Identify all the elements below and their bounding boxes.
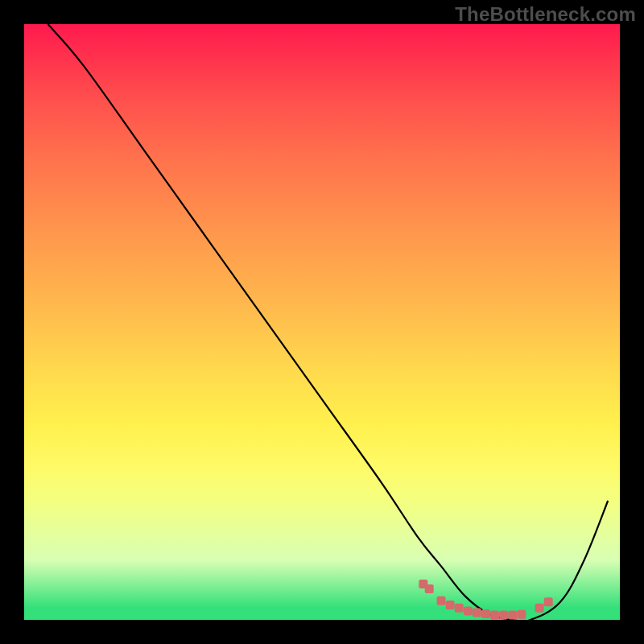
- svg-rect-2: [437, 597, 446, 605]
- svg-rect-6: [473, 609, 481, 617]
- svg-rect-7: [481, 609, 490, 618]
- svg-rect-11: [517, 610, 526, 619]
- svg-rect-13: [544, 597, 553, 606]
- chart-container: TheBottleneck.com: [0, 0, 644, 644]
- svg-rect-8: [490, 611, 499, 620]
- svg-rect-9: [499, 611, 508, 620]
- svg-rect-12: [535, 604, 544, 613]
- svg-rect-10: [508, 611, 517, 620]
- svg-rect-4: [455, 604, 464, 613]
- plot-area: [24, 24, 620, 620]
- svg-rect-3: [446, 601, 455, 609]
- svg-rect-1: [425, 584, 434, 593]
- optimal-markers: [24, 24, 620, 620]
- watermark-text: TheBottleneck.com: [455, 3, 636, 26]
- svg-rect-5: [464, 606, 473, 615]
